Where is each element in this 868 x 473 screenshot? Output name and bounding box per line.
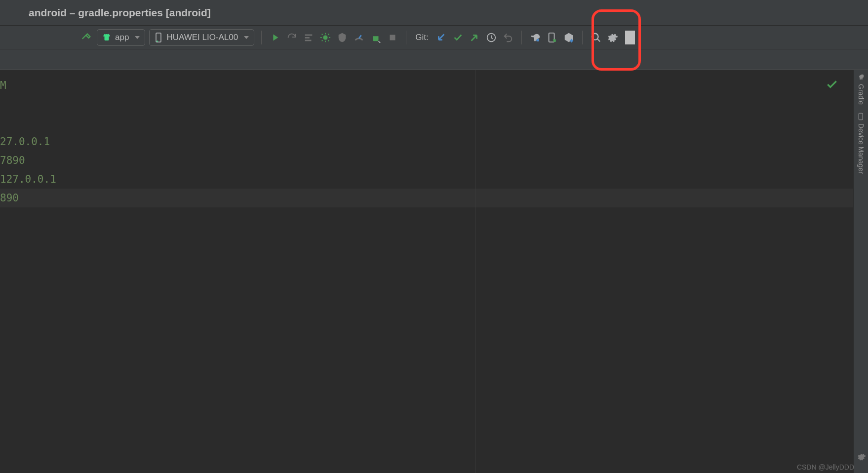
git-commit-icon[interactable] [451, 31, 464, 44]
code-line: 890 [0, 189, 853, 207]
sdk-manager-icon[interactable] [562, 31, 575, 44]
phone-icon [155, 33, 162, 42]
inspection-ok-icon[interactable] [826, 78, 838, 97]
chevron-down-icon [135, 36, 140, 39]
device-label: HUAWEI LIO-AL00 [166, 33, 238, 42]
navigation-bar [0, 49, 868, 70]
code-line: 7890 [0, 151, 853, 170]
toolbar-separator [406, 31, 406, 44]
app-inspection-icon[interactable] [369, 31, 382, 44]
svg-rect-10 [859, 113, 863, 119]
avd-manager-icon[interactable] [546, 31, 558, 44]
device-selector[interactable]: HUAWEI LIO-AL00 [149, 29, 254, 46]
code-line: M [0, 76, 853, 95]
git-push-icon[interactable] [468, 31, 481, 44]
svg-rect-3 [305, 37, 310, 39]
apply-changes-restart-icon[interactable] [285, 31, 298, 44]
code-line [0, 95, 853, 114]
git-update-icon[interactable] [434, 31, 447, 44]
search-everywhere-icon[interactable] [590, 31, 602, 44]
code-line [0, 114, 853, 132]
window-title: android – gradle.properties [android] [29, 7, 211, 19]
git-history-icon[interactable] [485, 31, 498, 44]
right-tool-stripe: Gradle Device Manager [853, 70, 868, 473]
stop-icon[interactable] [386, 31, 399, 44]
toolbar-separator [582, 31, 583, 44]
gradle-tab-label: Gradle [857, 84, 865, 105]
profiler-icon[interactable] [353, 31, 365, 44]
toolbar-separator [261, 31, 262, 44]
build-hammer-icon[interactable] [80, 31, 93, 44]
status-gear-icon[interactable] [857, 452, 866, 463]
run-configuration-label: app [115, 33, 129, 42]
device-manager-tab-label: Device Manager [857, 123, 865, 174]
watermark-text: CSDN @JellyDDD [797, 463, 854, 471]
debug-icon[interactable] [319, 31, 332, 44]
device-manager-tool-tab[interactable]: Device Manager [857, 113, 865, 174]
svg-rect-6 [390, 35, 395, 40]
right-margin-guide [475, 70, 475, 473]
gradle-tool-tab[interactable]: Gradle [857, 73, 865, 105]
chevron-down-icon [244, 36, 249, 39]
svg-rect-2 [305, 34, 313, 36]
code-line: 27.0.0.1 [0, 132, 853, 151]
settings-gear-icon[interactable] [606, 31, 619, 44]
account-avatar[interactable] [625, 31, 635, 44]
coverage-icon[interactable] [336, 31, 349, 44]
svg-point-5 [323, 35, 328, 39]
svg-point-9 [592, 33, 598, 39]
window-titlebar: android – gradle.properties [android] [0, 0, 868, 26]
svg-point-1 [157, 40, 158, 42]
android-icon [102, 33, 111, 42]
svg-rect-0 [156, 33, 161, 41]
sync-gradle-icon[interactable] [529, 31, 542, 44]
svg-rect-4 [305, 39, 312, 41]
apply-code-changes-icon[interactable] [302, 31, 315, 44]
git-label: Git: [415, 33, 428, 42]
run-configuration-selector[interactable]: app [97, 29, 145, 46]
main-toolbar: app HUAWEI LIO-AL00 Git: [0, 26, 868, 49]
git-rollback-icon[interactable] [502, 31, 514, 44]
code-line: 127.0.0.1 [0, 170, 853, 189]
code-editor[interactable]: M 27.0.0.1 7890 127.0.0.1 890 [0, 70, 853, 473]
run-icon[interactable] [269, 31, 281, 44]
toolbar-separator [521, 31, 522, 44]
